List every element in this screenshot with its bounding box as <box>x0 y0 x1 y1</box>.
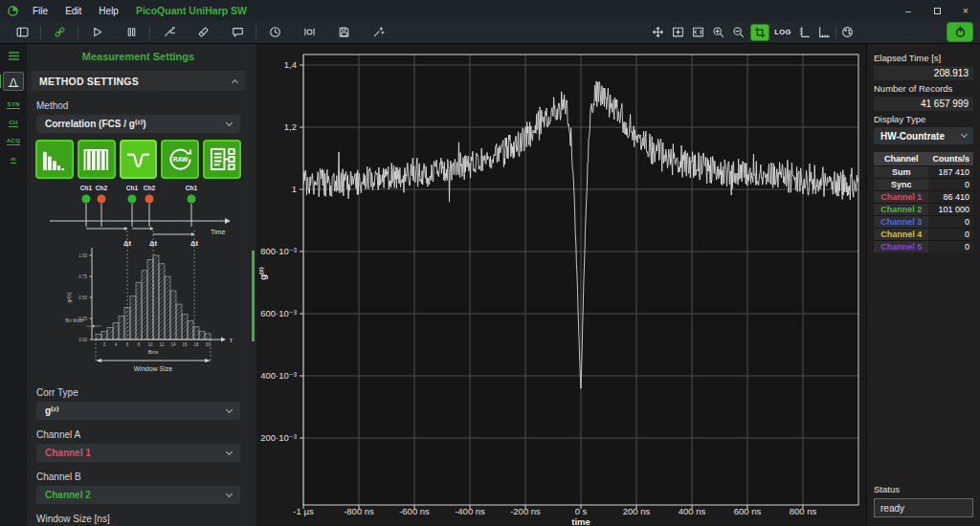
svg-text:800 ns: 800 ns <box>790 506 817 516</box>
menu-help[interactable]: Help <box>99 6 119 16</box>
axis-y-icon[interactable] <box>794 21 814 44</box>
magic-wand-icon[interactable] <box>361 21 395 44</box>
records-value: 41 657 999 <box>874 97 973 111</box>
collapse-chevron-icon <box>232 78 238 85</box>
power-icon <box>954 26 967 38</box>
toolbar-divider <box>256 26 256 39</box>
nav-tab-sync[interactable]: SYN <box>7 101 19 109</box>
svg-text:1.00: 1.00 <box>78 253 87 258</box>
countrate-row: Channel 186 410 <box>874 191 973 204</box>
menu-bar: File Edit Help <box>33 6 119 16</box>
countrate-header-row: ChannelCounts/s <box>874 152 973 166</box>
maximize-button[interactable] <box>923 0 951 21</box>
method-raw-button[interactable]: RAW <box>161 140 199 179</box>
method-button-row: RAW <box>35 140 241 179</box>
method-correlation-button[interactable] <box>120 140 158 179</box>
window-size-label: Window Size [ns] <box>36 514 240 524</box>
hamburger-menu-icon[interactable] <box>8 51 20 61</box>
method-label: Method <box>36 100 240 111</box>
zoom-in-icon[interactable] <box>708 21 728 44</box>
method-select-value: Correlation (FCS / g⁽²⁾) <box>45 119 227 129</box>
titlebar: File Edit Help PicoQuant UniHarp SW – × <box>0 0 980 21</box>
counter-icon[interactable] <box>292 21 326 44</box>
chevron-down-icon <box>961 131 968 138</box>
svg-text:14: 14 <box>170 342 176 347</box>
close-button[interactable]: × <box>951 0 980 21</box>
svg-text:Ch1: Ch1 <box>126 185 139 191</box>
axis-x-icon[interactable] <box>814 21 835 44</box>
method-export-button[interactable] <box>203 140 241 179</box>
records-label: Number of Records <box>874 83 973 94</box>
log-scale-button[interactable]: LOG <box>771 28 794 36</box>
svg-text:10: 10 <box>147 342 153 347</box>
svg-text:0.00: 0.00 <box>78 338 87 342</box>
svg-text:600·10⁻³: 600·10⁻³ <box>260 308 297 318</box>
sidebar-toggle-icon[interactable] <box>5 21 39 44</box>
wrench-icon[interactable] <box>151 21 186 44</box>
pause-icon[interactable] <box>114 21 148 44</box>
method-settings-section-header[interactable]: METHOD SETTINGS <box>32 71 245 91</box>
crop-zoom-button[interactable] <box>750 24 769 41</box>
save-image-icon[interactable] <box>326 21 361 44</box>
method-time-trace-button[interactable] <box>78 140 116 179</box>
play-icon[interactable] <box>79 21 114 44</box>
eraser-icon[interactable] <box>186 21 220 44</box>
app-window: File Edit Help PicoQuant UniHarp SW – × … <box>0 0 980 526</box>
power-button[interactable] <box>947 22 973 42</box>
svg-text:Bins: Bins <box>148 349 159 355</box>
channel-name: Channel 2 <box>874 204 928 216</box>
menu-edit[interactable]: Edit <box>65 6 81 16</box>
clock-icon[interactable] <box>257 21 292 44</box>
svg-text:-400 ns: -400 ns <box>455 506 485 516</box>
toolbar-chart-group: LOG <box>648 21 858 44</box>
chart-area: 1,41,21800·10⁻³600·10⁻³400·10⁻³200·10⁻³-… <box>256 44 866 526</box>
svg-text:200·10⁻³: 200·10⁻³ <box>260 432 297 443</box>
chevron-down-icon <box>226 490 233 496</box>
fit-width-icon[interactable] <box>688 21 708 44</box>
svg-text:400 ns: 400 ns <box>679 506 706 516</box>
svg-text:-600 ns: -600 ns <box>399 506 430 516</box>
app-logo-icon <box>7 5 19 17</box>
svg-text:Ch2: Ch2 <box>144 185 156 191</box>
menu-file[interactable]: File <box>33 6 48 16</box>
svg-text:400·10⁻³: 400·10⁻³ <box>260 370 297 381</box>
window-title: PicoQuant UniHarp SW <box>136 5 247 16</box>
nav-tab-channels[interactable]: CH <box>9 120 17 127</box>
status-value: ready <box>874 498 973 517</box>
acquisition-panel: Elapsed Time [s] 208.913 Number of Recor… <box>866 44 980 526</box>
palette-icon[interactable] <box>837 21 858 44</box>
comment-icon[interactable] <box>220 21 255 44</box>
chevron-down-icon <box>226 119 233 125</box>
scrollbar-thumb[interactable] <box>252 251 255 341</box>
svg-text:8: 8 <box>138 342 141 347</box>
svg-text:RAW: RAW <box>172 156 188 163</box>
minimize-button[interactable]: – <box>894 0 923 21</box>
chevron-down-icon <box>226 405 233 412</box>
corr-type-select[interactable]: g⁽²⁾ <box>36 402 240 420</box>
link-icon[interactable] <box>42 21 77 44</box>
settings-scrollbar[interactable] <box>250 44 256 526</box>
method-histogram-button[interactable] <box>35 140 74 179</box>
svg-text:0 s: 0 s <box>575 506 588 516</box>
fit-all-icon[interactable] <box>668 21 688 44</box>
nav-tab-measurement[interactable] <box>3 72 24 91</box>
nav-tab-acquisition[interactable]: ACQ <box>7 138 20 145</box>
channel-a-select[interactable]: Channel 1 <box>36 444 240 462</box>
svg-text:τ: τ <box>230 337 233 343</box>
toolbar-divider <box>149 26 150 39</box>
status-label: Status <box>874 484 973 494</box>
zoom-out-icon[interactable] <box>728 21 748 44</box>
display-type-select[interactable]: HW-Countrate <box>874 127 973 144</box>
pan-icon[interactable] <box>648 21 668 44</box>
correlation-chart[interactable]: 1,41,21800·10⁻³600·10⁻³400·10⁻³200·10⁻³-… <box>256 44 866 526</box>
channel-a-label: Channel A <box>36 429 240 440</box>
countrate-row: Channel 50 <box>874 241 973 253</box>
method-select[interactable]: Correlation (FCS / g⁽²⁾) <box>36 115 240 133</box>
svg-text:Ch2: Ch2 <box>96 185 108 191</box>
channel-name: Sync <box>874 179 928 191</box>
channel-name: Channel 1 <box>874 191 928 204</box>
nav-tab-misc[interactable]: m <box>11 156 16 164</box>
channel-counts: 0 <box>928 229 973 241</box>
channel-b-select[interactable]: Channel 2 <box>36 486 240 504</box>
measurement-settings-panel: Measurement Settings METHOD SETTINGS Met… <box>27 44 250 526</box>
